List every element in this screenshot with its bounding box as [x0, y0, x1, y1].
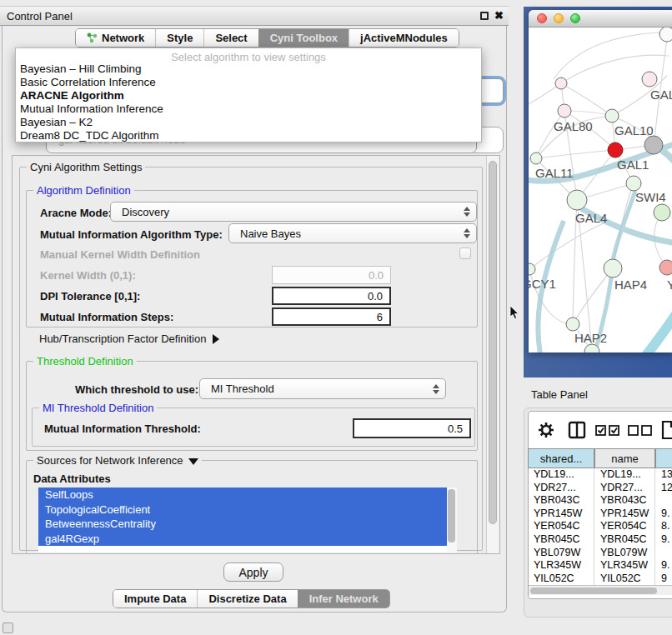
table-cell[interactable]: YIL052C: [594, 572, 655, 585]
apply-button[interactable]: Apply: [223, 562, 283, 582]
table-cell[interactable]: [655, 494, 672, 508]
sources-group-title[interactable]: Sources for Network Inference: [33, 454, 202, 467]
expander-expanded-icon: [188, 458, 198, 465]
screenshot-root: Control Panel ✖ NetworkStyleSelectCyni T…: [0, 0, 672, 635]
data-attribute-item[interactable]: TopologicalCoefficient: [38, 502, 447, 518]
manual-kernel-width-checkbox[interactable]: [459, 248, 471, 259]
footer-partial-button[interactable]: [3, 622, 13, 633]
which-threshold-combo[interactable]: MI Threshold: [199, 378, 446, 399]
float-panel-icon[interactable]: [480, 12, 489, 20]
node-HAP4[interactable]: [604, 259, 622, 278]
algorithm-option[interactable]: ARACNE Algorithm: [16, 89, 481, 102]
mi-threshold-field[interactable]: 0.5: [353, 418, 471, 438]
algorithm-option[interactable]: Mutual Information Inference: [16, 102, 481, 116]
table-cell[interactable]: YER054C: [594, 520, 655, 533]
combo-stepper-icon: [464, 207, 470, 217]
table-cell[interactable]: YDL19...: [594, 468, 655, 482]
tab-label: Network: [102, 32, 144, 44]
algorithm-option[interactable]: Basic Correlation Inference: [16, 76, 481, 89]
dpi-tolerance-field[interactable]: 0.0: [272, 287, 391, 305]
tab-impute-data[interactable]: Impute Data: [113, 590, 197, 608]
column-header-name[interactable]: name: [594, 448, 655, 468]
table-cell[interactable]: YBR043C: [594, 494, 655, 508]
gear-icon[interactable]: [538, 421, 554, 439]
tab-select[interactable]: Select: [203, 29, 258, 47]
mi-algorithm-type-combo[interactable]: Naive Bayes: [228, 223, 477, 243]
tab-network[interactable]: Network: [76, 29, 155, 47]
table-horizontal-scrollbar[interactable]: [529, 585, 672, 595]
mi-steps-label: Mutual Information Steps:: [40, 311, 173, 323]
split-columns-icon[interactable]: [568, 421, 586, 439]
column-header-shared[interactable]: shared...: [528, 448, 594, 468]
node-label-Y: Y: [667, 278, 672, 292]
algorithm-option[interactable]: Bayesian – Hill Climbing: [16, 62, 481, 76]
table-cell[interactable]: 12: [655, 482, 672, 495]
network-canvas[interactable]: GALGAL80GAL10GAL1GAL11SWI4GAL4GCY1HAP4YH…: [529, 28, 672, 352]
algorithm-option[interactable]: Bayesian – K2: [16, 116, 481, 129]
document-icon[interactable]: [661, 420, 672, 440]
table-cell[interactable]: YBR043C: [528, 494, 594, 508]
table-cell[interactable]: 9: [655, 572, 672, 585]
table-cell[interactable]: 13: [655, 468, 672, 482]
table-cell[interactable]: YDR27...: [528, 482, 594, 495]
tab-infer-network[interactable]: Infer Network: [298, 590, 389, 608]
table-cell[interactable]: YBL079W: [528, 547, 594, 560]
table-cell[interactable]: YER054C: [528, 520, 594, 533]
table-cell[interactable]: 9.: [655, 508, 672, 521]
node-GAL11[interactable]: [530, 152, 542, 164]
table-cell[interactable]: YPR145W: [594, 508, 655, 521]
table-cell[interactable]: YLR345W: [528, 559, 594, 572]
node-unlabeled[interactable]: [654, 204, 670, 221]
table-cell[interactable]: YBR045C: [594, 533, 655, 547]
node-unlabeled[interactable]: [644, 136, 663, 154]
kernel-width-label: Kernel Width (0,1):: [40, 269, 136, 282]
minimize-window-icon[interactable]: [554, 13, 564, 23]
node-label-GAL4: GAL4: [575, 211, 607, 225]
table-cell[interactable]: YDL19...: [528, 468, 594, 482]
table-cell[interactable]: YPR145W: [528, 508, 594, 521]
checked-boxes-icon[interactable]: [595, 425, 620, 437]
node-GAL1[interactable]: [608, 142, 623, 158]
node-GAL[interactable]: [642, 72, 657, 87]
hub-definition-expander[interactable]: Hub/Transcription Factor Definition: [39, 332, 219, 345]
list-scrollbar[interactable]: [447, 488, 457, 552]
table-cell[interactable]: YBR045C: [528, 533, 594, 547]
node-GAL10[interactable]: [605, 109, 619, 122]
kernel-width-field[interactable]: 0.0: [272, 266, 391, 284]
node-HAP2[interactable]: [566, 318, 579, 331]
node-SWI4[interactable]: [626, 176, 641, 191]
tab-cyni-toolbox[interactable]: Cyni Toolbox: [258, 29, 349, 47]
network-window[interactable]: GALGAL80GAL10GAL1GAL11SWI4GAL4GCY1HAP4YH…: [529, 10, 672, 352]
node-GAL4[interactable]: [567, 190, 587, 210]
data-attribute-item[interactable]: gal4RGexp: [38, 532, 447, 547]
close-window-icon[interactable]: [537, 13, 547, 23]
table-cell[interactable]: YBL079W: [594, 547, 655, 560]
zoom-window-icon[interactable]: [570, 13, 580, 23]
algorithm-option[interactable]: Dream8 DC_TDC Algorithm: [16, 129, 481, 142]
unchecked-boxes-icon[interactable]: [628, 425, 653, 437]
tab-discretize-data[interactable]: Discretize Data: [197, 590, 297, 608]
data-attribute-item[interactable]: SelfLoops: [38, 488, 447, 502]
table-cell[interactable]: [655, 547, 672, 560]
table-cell[interactable]: YDR27...: [594, 482, 655, 495]
table-cell[interactable]: 9.: [655, 559, 672, 572]
tab-jactivemnodules[interactable]: jActiveMNodules: [349, 29, 459, 47]
table-cell[interactable]: 8.: [655, 520, 672, 533]
table-cell[interactable]: YIL052C: [528, 572, 594, 585]
aracne-mode-combo[interactable]: Discovery: [110, 202, 477, 222]
mi-steps-field[interactable]: 6: [272, 308, 391, 326]
table-cell[interactable]: YLR345W: [594, 559, 655, 572]
node-GAL80[interactable]: [558, 104, 571, 118]
settings-vertical-scrollbar[interactable]: [486, 156, 499, 553]
aracne-mode-label: Aracne Mode:: [40, 207, 112, 219]
table-cell[interactable]: 9.: [655, 533, 672, 547]
data-attribute-item[interactable]: BetweennessCentrality: [38, 517, 447, 532]
node-unlabeled[interactable]: [555, 78, 567, 89]
cyni-settings-group-title: Cyni Algorithm Settings: [27, 161, 145, 173]
node-unlabeled[interactable]: [659, 28, 672, 42]
tab-style[interactable]: Style: [155, 29, 203, 47]
node-Y[interactable]: [659, 260, 672, 275]
table-row: YDL19...YDL19...13: [528, 468, 672, 482]
column-header-partial[interactable]: [655, 448, 672, 468]
close-panel-icon[interactable]: ✖: [494, 12, 504, 20]
